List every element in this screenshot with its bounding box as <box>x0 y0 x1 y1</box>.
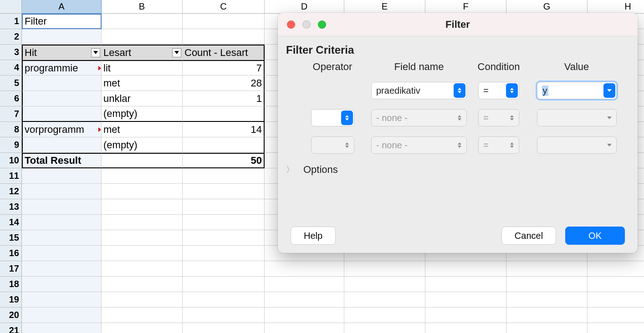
row-header[interactable]: 21 <box>0 323 22 333</box>
cell[interactable] <box>183 277 265 292</box>
dropdown-icon[interactable] <box>91 48 100 57</box>
row-header[interactable]: 19 <box>0 292 22 308</box>
cell[interactable] <box>22 230 102 246</box>
cell[interactable] <box>183 292 265 308</box>
row-header[interactable]: 12 <box>0 184 22 199</box>
row-header[interactable]: 2 <box>0 29 22 45</box>
cell[interactable] <box>102 292 183 308</box>
ok-button[interactable]: OK <box>565 227 625 245</box>
condition-select[interactable]: = <box>478 82 519 99</box>
col-header-h[interactable]: H <box>588 0 644 14</box>
cell[interactable] <box>183 29 265 45</box>
cell[interactable] <box>22 168 102 184</box>
cell[interactable] <box>183 14 265 29</box>
row-header[interactable]: 9 <box>0 137 22 153</box>
row-header[interactable]: 16 <box>0 246 22 261</box>
cell[interactable] <box>588 323 644 333</box>
cell[interactable] <box>22 323 102 333</box>
options-disclosure[interactable]: 〉 Options <box>286 164 638 176</box>
cell[interactable] <box>102 199 183 215</box>
cancel-button[interactable]: Cancel <box>501 227 556 245</box>
cell[interactable] <box>183 230 265 246</box>
pivot-cell[interactable]: lit <box>102 60 183 76</box>
col-header-a[interactable]: A <box>22 0 102 14</box>
dropdown-icon[interactable] <box>172 48 181 57</box>
col-header-f[interactable]: F <box>425 0 506 14</box>
field-name-select[interactable]: praedikativ <box>371 82 467 99</box>
col-header-b[interactable]: B <box>102 0 183 14</box>
dialog-titlebar[interactable]: Filter <box>278 13 638 36</box>
cell[interactable] <box>588 277 644 292</box>
value-combo[interactable]: y <box>537 82 617 99</box>
row-header[interactable]: 17 <box>0 261 22 277</box>
cell[interactable] <box>102 323 183 333</box>
cell[interactable] <box>102 261 183 277</box>
pivot-cell[interactable]: 28 <box>183 76 265 91</box>
cell[interactable] <box>183 246 265 261</box>
cell[interactable] <box>425 323 506 333</box>
cell[interactable] <box>102 14 183 29</box>
pivot-cell[interactable] <box>22 106 102 122</box>
col-header-c[interactable]: C <box>183 0 265 14</box>
cell[interactable] <box>183 261 265 277</box>
cell[interactable] <box>102 168 183 184</box>
field-name-select[interactable]: - none - <box>371 109 467 126</box>
cell[interactable] <box>506 308 588 323</box>
pivot-header-hit[interactable]: Hit <box>22 45 102 60</box>
pivot-cell[interactable]: 7 <box>183 60 265 76</box>
cell[interactable] <box>183 184 265 199</box>
pivot-cell[interactable] <box>102 153 183 168</box>
pivot-cell[interactable] <box>22 91 102 106</box>
row-header[interactable]: 10 <box>0 153 22 168</box>
cell[interactable] <box>102 230 183 246</box>
cell[interactable] <box>183 308 265 323</box>
cell[interactable] <box>102 308 183 323</box>
row-header[interactable]: 7 <box>0 106 22 122</box>
cell[interactable] <box>506 277 588 292</box>
cell[interactable] <box>425 277 506 292</box>
row-header[interactable]: 4 <box>0 60 22 76</box>
row-header[interactable]: 5 <box>0 76 22 91</box>
pivot-cell[interactable]: 1 <box>183 91 265 106</box>
row-header[interactable]: 1 <box>0 14 22 29</box>
cell[interactable] <box>344 308 425 323</box>
pivot-cell[interactable]: met <box>102 122 183 137</box>
cell[interactable] <box>344 261 425 277</box>
cell[interactable] <box>102 277 183 292</box>
select-all-corner[interactable] <box>0 0 22 14</box>
cell[interactable] <box>588 308 644 323</box>
cell[interactable] <box>344 277 425 292</box>
cell[interactable] <box>183 323 265 333</box>
cell[interactable] <box>22 261 102 277</box>
cell[interactable] <box>22 215 102 230</box>
cell[interactable] <box>22 277 102 292</box>
cell[interactable] <box>22 292 102 308</box>
row-header[interactable]: 20 <box>0 308 22 323</box>
cell[interactable] <box>22 29 102 45</box>
cell[interactable] <box>265 277 344 292</box>
cell[interactable] <box>183 168 265 184</box>
cell[interactable] <box>102 215 183 230</box>
pivot-cell[interactable]: unklar <box>102 91 183 106</box>
cell[interactable] <box>102 246 183 261</box>
cell[interactable] <box>102 29 183 45</box>
pivot-header-lesart[interactable]: Lesart <box>102 45 183 60</box>
cell[interactable] <box>183 215 265 230</box>
pivot-cell[interactable]: (empty) <box>102 106 183 122</box>
pivot-cell[interactable]: vorprogramm <box>22 122 102 137</box>
cell[interactable] <box>102 184 183 199</box>
cell[interactable] <box>183 199 265 215</box>
cell[interactable] <box>22 199 102 215</box>
row-header[interactable]: 18 <box>0 277 22 292</box>
cell[interactable] <box>344 323 425 333</box>
pivot-cell[interactable] <box>183 106 265 122</box>
pivot-cell[interactable]: (empty) <box>102 137 183 153</box>
cell[interactable] <box>265 292 344 308</box>
cell[interactable] <box>265 308 344 323</box>
cell[interactable] <box>22 246 102 261</box>
cell[interactable] <box>506 261 588 277</box>
pivot-cell[interactable] <box>183 137 265 153</box>
cell[interactable] <box>22 184 102 199</box>
cell[interactable] <box>588 261 644 277</box>
cell[interactable] <box>425 308 506 323</box>
